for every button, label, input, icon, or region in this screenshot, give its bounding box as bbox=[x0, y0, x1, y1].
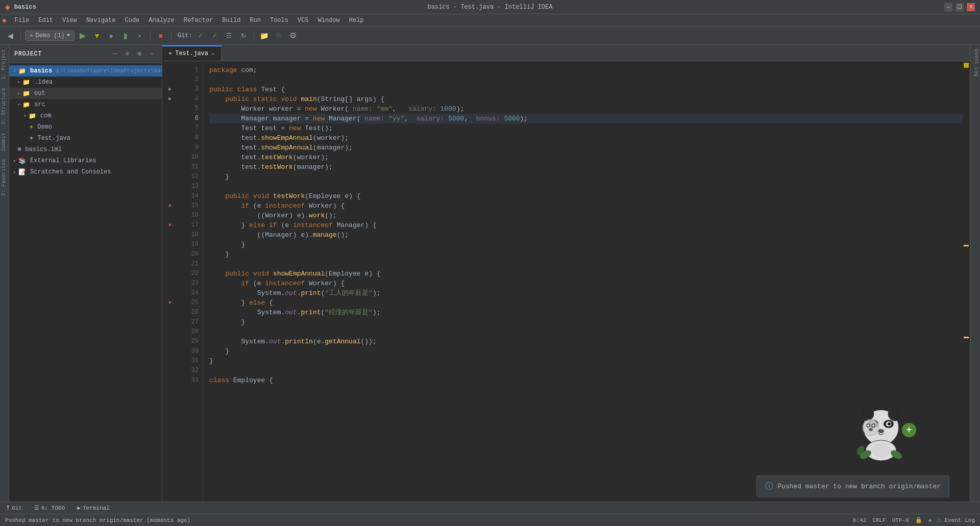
git-check-button[interactable]: ✓ bbox=[194, 30, 207, 42]
gutter-line-25: ● bbox=[162, 298, 178, 308]
tree-item-com[interactable]: 📁 com bbox=[9, 110, 162, 121]
terminal-tab[interactable]: ▶ Terminal bbox=[75, 502, 111, 514]
kw-package: package bbox=[209, 65, 237, 75]
gutter-line-6 bbox=[162, 114, 178, 123]
project-tree: 📁 basics E:\JavaSoftware\IdeaProjects\ba… bbox=[9, 63, 162, 502]
menu-vcs[interactable]: VCS bbox=[293, 16, 313, 25]
coverage-button[interactable]: ▮ bbox=[119, 30, 132, 42]
gutter-line-18 bbox=[162, 230, 178, 240]
gutter-line-3: ► bbox=[162, 85, 178, 94]
project-view-tab[interactable]: 1: Project bbox=[0, 45, 9, 84]
code-line-14: public void testWork ( Employee e) { bbox=[209, 191, 963, 201]
favorites-tab[interactable]: 2: Favorites bbox=[0, 155, 9, 200]
open-project-button[interactable]: 📁 bbox=[258, 30, 271, 42]
back-button[interactable]: ◀ bbox=[4, 30, 16, 42]
minimize-button[interactable]: − bbox=[944, 3, 952, 11]
run-config-label: Demo (1) bbox=[35, 32, 65, 39]
menu-window[interactable]: Window bbox=[314, 16, 344, 25]
gutter-line-11 bbox=[162, 162, 178, 172]
scratches-arrow bbox=[13, 169, 16, 175]
status-right: 6:42 CRLF UTF-8 🔒 ◆ ◯ Event Log bbox=[853, 517, 975, 523]
menu-run[interactable]: Run bbox=[246, 16, 265, 25]
tree-item-testjava[interactable]: ● Test.java bbox=[9, 133, 162, 144]
com-arrow bbox=[23, 113, 27, 119]
marker-orange-1 bbox=[964, 337, 969, 338]
tree-item-src[interactable]: 📁 src bbox=[9, 99, 162, 110]
line-num-24: 24 bbox=[178, 288, 199, 298]
menu-file[interactable]: File bbox=[10, 16, 33, 25]
line-num-11: 11 bbox=[178, 162, 199, 172]
debug-button[interactable]: ● bbox=[105, 30, 117, 42]
tree-item-basics[interactable]: 📁 basics E:\JavaSoftware\IdeaProjects\ba… bbox=[9, 65, 162, 77]
left-activity-bar: 1: Project 2: Structure Commit 2: Favori… bbox=[0, 45, 9, 502]
menu-refactor[interactable]: Refactor bbox=[180, 16, 217, 25]
hide-sidebar-button[interactable]: − bbox=[146, 49, 157, 59]
menu-tools[interactable]: Tools bbox=[266, 16, 292, 25]
code-line-23: if (e instanceof Worker ) { bbox=[209, 279, 963, 288]
line-col-label[interactable]: 6:42 bbox=[853, 517, 866, 523]
lock-icon: 🔒 bbox=[915, 517, 922, 523]
com-folder-icon: 📁 bbox=[29, 112, 36, 120]
project-settings-button[interactable]: ⚙ bbox=[134, 49, 144, 59]
ext-libs-arrow bbox=[13, 158, 16, 164]
settings-button[interactable]: ⚙ bbox=[287, 30, 299, 42]
expand-button[interactable]: □ bbox=[273, 30, 285, 42]
event-log-tab[interactable]: Event Log bbox=[970, 45, 980, 81]
locate-file-button[interactable]: ⸻ bbox=[110, 49, 120, 59]
structure-tab[interactable]: 2: Structure bbox=[0, 84, 9, 129]
code-line-4: public static void main ( String [] args… bbox=[209, 94, 963, 104]
tree-item-idea[interactable]: 📁 .idea bbox=[9, 77, 162, 88]
scratches-label: Scratches and Consoles bbox=[30, 168, 111, 176]
line-num-31: 31 bbox=[178, 356, 199, 366]
code-line-20: } bbox=[209, 249, 963, 259]
line-sep-label[interactable]: CRLF bbox=[872, 517, 886, 523]
tree-item-scratches[interactable]: 📝 Scratches and Consoles bbox=[9, 166, 162, 178]
menu-analyze[interactable]: Analyze bbox=[144, 16, 178, 25]
stop-button[interactable]: ■ bbox=[155, 30, 167, 42]
run-icon: ● bbox=[30, 32, 33, 39]
ext-libs-icon: 📚 bbox=[18, 157, 26, 165]
tree-item-iml[interactable]: ■ basics.iml bbox=[9, 144, 162, 155]
tree-item-ext-libs[interactable]: 📚 External Libraries bbox=[9, 155, 162, 166]
collapse-all-button[interactable]: ≡ bbox=[122, 49, 132, 59]
toolbar: ◀ ● Demo (1) ▼ ▶ ▼ ● ▮ ▪ ■ Git: ✓ ✓ ☶ ↻ … bbox=[0, 27, 980, 45]
status-message: Pushed master to new branch origin/maste… bbox=[5, 517, 190, 523]
profile-button[interactable]: ▪ bbox=[134, 30, 146, 42]
tree-item-demo[interactable]: ● Demo bbox=[9, 121, 162, 133]
tree-item-out[interactable]: 📁 out bbox=[9, 88, 162, 99]
line-num-25: 25 bbox=[178, 298, 199, 308]
code-line-22: public void showEmpAnnual ( Employee e) … bbox=[209, 269, 963, 279]
build-button[interactable]: ▼ bbox=[91, 30, 103, 42]
run-button[interactable]: ▶ bbox=[77, 30, 89, 42]
run-config[interactable]: ● Demo (1) ▼ bbox=[25, 31, 75, 41]
code-editor[interactable]: ► ► ● ● bbox=[162, 61, 970, 502]
code-content[interactable]: package com; public class Test { bbox=[203, 61, 963, 502]
git-history-button[interactable]: ☶ bbox=[223, 30, 235, 42]
tab-testjava[interactable]: ● Test.java ✕ bbox=[162, 45, 222, 61]
commit-tab[interactable]: Commit bbox=[0, 129, 9, 155]
code-line-18: (( Manager ) e). manage (); bbox=[209, 230, 963, 240]
code-line-3: public class Test { bbox=[209, 85, 963, 94]
encoding-label[interactable]: UTF-8 bbox=[892, 517, 909, 523]
maximize-button[interactable]: ☐ bbox=[955, 3, 964, 11]
gutter-line-16 bbox=[162, 211, 178, 220]
menu-help[interactable]: Help bbox=[345, 16, 368, 25]
gutter-line-4: ► bbox=[162, 94, 178, 104]
git-rollback-button[interactable]: ↻ bbox=[237, 30, 250, 42]
gutter-line-27 bbox=[162, 317, 178, 327]
marker-yellow-1 bbox=[964, 63, 969, 68]
git-update-button[interactable]: ✓ bbox=[209, 30, 221, 42]
todo-tab[interactable]: ☰ 6: TODO bbox=[32, 502, 67, 514]
menu-navigate[interactable]: Navigate bbox=[82, 16, 120, 25]
menu-edit[interactable]: Edit bbox=[34, 16, 57, 25]
git-bottom-tab[interactable]: ☨ Git bbox=[4, 502, 24, 514]
tab-close-button[interactable]: ✕ bbox=[211, 51, 215, 57]
tab-bar: ● Test.java ✕ bbox=[162, 45, 970, 61]
menu-code[interactable]: Code bbox=[120, 16, 143, 25]
close-button[interactable]: ✕ bbox=[967, 3, 975, 11]
line-num-28: 28 bbox=[178, 327, 199, 337]
event-log-status[interactable]: ◯ Event Log bbox=[938, 517, 975, 523]
code-line-27: } bbox=[209, 317, 963, 327]
menu-build[interactable]: Build bbox=[218, 16, 244, 25]
menu-view[interactable]: View bbox=[58, 16, 81, 25]
